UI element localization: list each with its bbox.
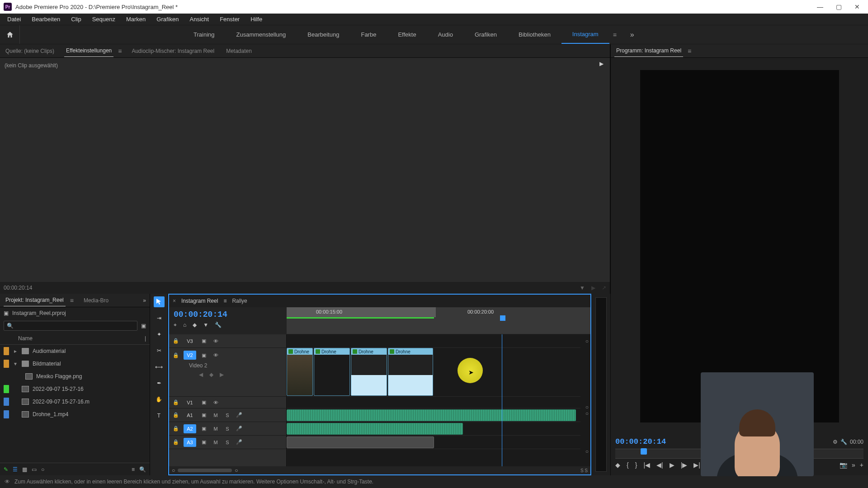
- timeline-panel-menu-icon[interactable]: ≡: [223, 298, 226, 304]
- workspace-grafiken[interactable]: Grafiken: [464, 25, 508, 44]
- menu-sequenz[interactable]: Sequenz: [87, 14, 121, 24]
- add-keyframe-icon[interactable]: ◆: [209, 371, 213, 378]
- icon-view-icon[interactable]: ▦: [22, 466, 27, 473]
- zoom-slider[interactable]: [178, 469, 232, 472]
- eye-icon[interactable]: 👁: [212, 338, 220, 344]
- play-icon[interactable]: ▶: [670, 461, 675, 469]
- effect-expand-icon[interactable]: ▶: [599, 61, 604, 67]
- sync-lock-icon[interactable]: ▣: [200, 412, 208, 418]
- timeline-ruler[interactable]: 00:00:15:00 00:00:20:00: [287, 307, 590, 334]
- new-bin-icon[interactable]: ▣: [141, 323, 146, 329]
- razor-tool-icon[interactable]: ✂: [154, 345, 165, 356]
- playhead-line[interactable]: [502, 334, 502, 466]
- column-name[interactable]: Name: [18, 335, 33, 342]
- timeline-clip[interactable]: Drohne: [314, 348, 350, 396]
- zoom-slider-icon[interactable]: ○: [41, 466, 44, 473]
- item-name[interactable]: Drohne_1.mp4: [33, 411, 68, 418]
- timeline-clip[interactable]: Drohne: [287, 348, 313, 396]
- next-keyframe-icon[interactable]: ▶: [220, 371, 224, 378]
- track-select-tool-icon[interactable]: ⇥: [154, 313, 165, 324]
- audio-clip[interactable]: [287, 423, 463, 435]
- menu-clip[interactable]: Clip: [66, 14, 86, 24]
- wrench-icon[interactable]: 🔧: [840, 439, 847, 445]
- eye-icon[interactable]: 👁: [212, 400, 220, 405]
- menu-fenster[interactable]: Fenster: [214, 14, 245, 24]
- workspace-bearbeitung[interactable]: Bearbeitung: [297, 25, 350, 44]
- timeline-clip[interactable]: Drohne: [351, 348, 387, 396]
- settings-icon[interactable]: ⚙: [833, 439, 838, 445]
- track-a3-label[interactable]: A3: [184, 438, 196, 447]
- item-name[interactable]: 2022-09-07 15-27-16: [33, 386, 84, 392]
- pen-icon[interactable]: ✎: [4, 466, 8, 473]
- work-area-bar[interactable]: [287, 307, 436, 317]
- sort-icon[interactable]: ≡: [132, 466, 135, 473]
- sync-lock-icon[interactable]: ▣: [200, 426, 208, 432]
- add-marker-timeline-icon[interactable]: ◆: [193, 322, 197, 328]
- workspace-bibliotheken[interactable]: Bibliotheken: [508, 25, 561, 44]
- workspace-instagram[interactable]: Instagram: [561, 25, 609, 44]
- workspace-audio[interactable]: Audio: [427, 25, 464, 44]
- item-name[interactable]: Bildmaterial: [33, 361, 61, 367]
- ripple-edit-tool-icon[interactable]: ✦: [154, 329, 165, 340]
- solo-icon[interactable]: S: [223, 440, 231, 445]
- program-video-output[interactable]: [640, 70, 839, 422]
- button-editor-icon[interactable]: »: [852, 461, 855, 469]
- sync-lock-icon[interactable]: ▣: [200, 352, 208, 358]
- step-forward-icon[interactable]: |▶: [681, 461, 688, 469]
- project-panel-menu-icon[interactable]: ≡: [70, 297, 74, 304]
- timeline-tab-instagram-reel[interactable]: Instagram Reel: [181, 298, 218, 304]
- timeline-clip[interactable]: Drohne: [388, 348, 433, 396]
- voiceover-icon[interactable]: 🎤: [235, 412, 243, 418]
- item-name[interactable]: Mexiko Flagge.png: [36, 373, 82, 380]
- workspace-farbe[interactable]: Farbe: [350, 25, 387, 44]
- tab-project[interactable]: Projekt: Instagram_Reel: [4, 294, 66, 306]
- solo-icon[interactable]: S: [223, 426, 231, 432]
- type-tool-icon[interactable]: T: [154, 410, 165, 421]
- timeline-track-area[interactable]: Drohne Drohne Drohne Drohne: [287, 334, 590, 466]
- marker-icon[interactable]: ▼: [203, 322, 208, 328]
- list-view-icon[interactable]: ☰: [13, 466, 18, 473]
- panel-overflow-icon[interactable]: »: [143, 297, 146, 304]
- add-marker-icon[interactable]: ◆: [615, 461, 620, 469]
- menu-grafiken[interactable]: Grafiken: [151, 14, 184, 24]
- solo-icon[interactable]: S: [223, 413, 231, 418]
- mute-icon[interactable]: M: [212, 426, 220, 432]
- toggle-icon[interactable]: +: [860, 461, 863, 469]
- track-v3-label[interactable]: V3: [184, 337, 196, 346]
- go-in-icon[interactable]: |◀: [643, 461, 650, 469]
- mark-out-icon[interactable]: }: [635, 461, 637, 469]
- find-icon[interactable]: 🔍: [139, 466, 146, 473]
- project-search-input[interactable]: 🔍: [4, 321, 137, 331]
- sync-lock-icon[interactable]: ▣: [200, 399, 208, 405]
- close-tab-icon[interactable]: ×: [173, 298, 176, 304]
- voiceover-icon[interactable]: 🎤: [235, 439, 243, 445]
- expand-icon[interactable]: ▸: [13, 348, 18, 354]
- filter-icon[interactable]: ▼: [580, 285, 585, 291]
- menu-datei[interactable]: Datei: [2, 14, 26, 24]
- track-a2-label[interactable]: A2: [184, 424, 196, 433]
- menu-ansicht[interactable]: Ansicht: [184, 14, 214, 24]
- minimize-button[interactable]: —: [817, 3, 823, 10]
- lock-icon[interactable]: 🔒: [172, 426, 180, 432]
- menu-marken[interactable]: Marken: [121, 14, 151, 24]
- menu-hilfe[interactable]: Hilfe: [245, 14, 268, 24]
- lock-icon[interactable]: 🔒: [172, 352, 180, 358]
- program-timecode[interactable]: 00:00:20:14: [615, 437, 666, 446]
- audio-meter[interactable]: [595, 297, 607, 472]
- selection-tool-icon[interactable]: [154, 296, 165, 307]
- sync-lock-icon[interactable]: ▣: [200, 439, 208, 445]
- export-frame-icon[interactable]: 📷: [840, 461, 847, 469]
- track-v1-label[interactable]: V1: [184, 398, 196, 407]
- zoom-in-icon[interactable]: ○: [235, 467, 238, 474]
- go-out-icon[interactable]: ▶|: [693, 461, 700, 469]
- prev-keyframe-icon[interactable]: ◀: [199, 371, 203, 378]
- tab-effect-controls[interactable]: Effekteinstellungen: [64, 45, 113, 57]
- lock-icon[interactable]: 🔒: [172, 338, 180, 344]
- track-v2-label[interactable]: V2: [184, 351, 196, 360]
- tab-media-browser[interactable]: Media-Bro: [82, 295, 110, 306]
- voiceover-icon[interactable]: 🎤: [235, 426, 243, 432]
- step-back-icon[interactable]: ◀|: [656, 461, 663, 469]
- mute-icon[interactable]: M: [212, 413, 220, 418]
- workspace-overflow-icon[interactable]: »: [630, 31, 634, 39]
- tab-audio-mixer[interactable]: Audioclip-Mischer: Instagram Reel: [130, 45, 216, 57]
